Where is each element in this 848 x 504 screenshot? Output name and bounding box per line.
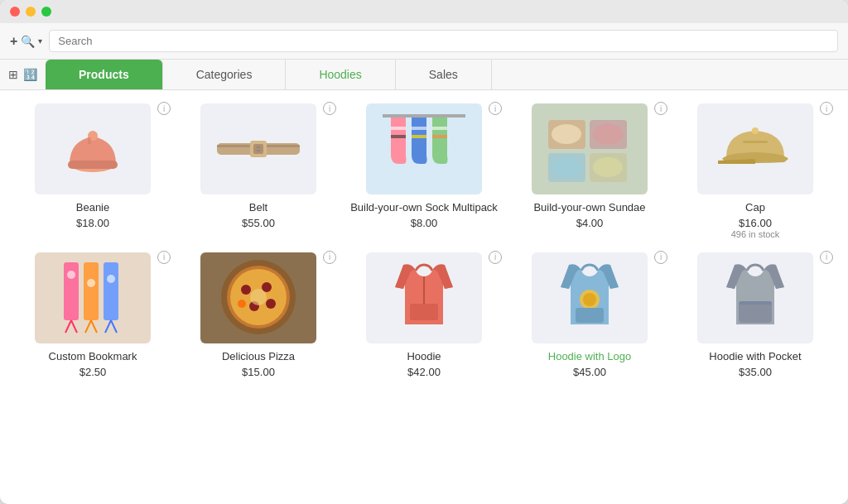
product-price-cap: $16.00 — [739, 217, 772, 229]
chevron-down-icon[interactable]: ▾ — [38, 36, 42, 46]
product-cell-hoodie: i Hoodie $42.0 — [341, 246, 507, 385]
svg-rect-29 — [104, 262, 118, 320]
product-price-beanie: $18.00 — [76, 217, 109, 229]
info-icon-hoodie-pocket[interactable]: i — [820, 251, 833, 264]
product-cell-beanie: i Beanie $18.00 — [10, 97, 176, 246]
product-name-hoodie-logo[interactable]: Hoodie with Logo — [548, 350, 631, 364]
product-cell-belt: i Belt $55.00 — [176, 97, 341, 246]
search-controls: + 🔍 ▾ — [10, 34, 42, 49]
svg-rect-15 — [432, 127, 447, 130]
info-icon-bookmark[interactable]: i — [157, 251, 171, 264]
svg-point-31 — [87, 279, 95, 287]
svg-point-47 — [250, 289, 267, 305]
product-name-socks: Build-your-own Sock Multipack — [350, 201, 498, 215]
search-bar: + 🔍 ▾ — [0, 23, 848, 60]
product-cell-bookmark: i — [10, 246, 176, 385]
svg-rect-14 — [412, 135, 426, 138]
product-name-bookmark: Custom Bookmark — [49, 350, 137, 364]
svg-rect-16 — [432, 135, 447, 138]
svg-line-37 — [105, 320, 111, 333]
svg-point-23 — [552, 157, 581, 177]
app-window: + 🔍 ▾ ⊞ 🔢 Products Categories Hoodies Sa… — [0, 0, 848, 504]
info-icon-belt[interactable]: i — [323, 102, 336, 115]
search-icon[interactable]: 🔍 — [21, 35, 35, 48]
product-cell-socks: i — [341, 97, 507, 246]
product-image-socks — [366, 103, 482, 194]
tab-hoodies[interactable]: Hoodies — [286, 60, 395, 89]
grid-view-icon[interactable]: ⊞ — [8, 68, 18, 81]
product-price-hoodie-logo: $45.00 — [573, 366, 606, 378]
svg-line-38 — [111, 320, 117, 333]
info-icon-hoodie-logo[interactable]: i — [654, 251, 667, 264]
product-price-hoodie-pocket: $35.00 — [739, 366, 772, 378]
svg-rect-3 — [88, 137, 91, 144]
svg-rect-25 — [743, 141, 768, 143]
svg-line-33 — [65, 320, 71, 333]
sort-icon[interactable]: 🔢 — [23, 68, 37, 81]
product-price-hoodie: $42.00 — [407, 366, 441, 378]
info-icon-cap[interactable]: i — [820, 102, 833, 115]
svg-rect-8 — [257, 146, 260, 148]
tab-sales[interactable]: Sales — [396, 60, 492, 89]
info-icon-socks[interactable]: i — [489, 102, 502, 115]
close-button[interactable] — [10, 7, 20, 17]
product-name-sundae: Build-your-own Sundae — [533, 201, 645, 215]
svg-rect-54 — [739, 301, 772, 305]
product-image-beanie — [35, 103, 151, 194]
svg-rect-12 — [391, 135, 406, 138]
product-cell-sundae: i Build-your-own Sundae $4. — [507, 97, 672, 246]
product-price-sundae: $4.00 — [576, 217, 604, 229]
svg-point-30 — [67, 271, 75, 279]
svg-point-22 — [593, 124, 623, 144]
product-price-bookmark: $2.50 — [80, 366, 107, 378]
product-price-belt: $55.00 — [242, 217, 275, 229]
svg-rect-11 — [391, 127, 406, 130]
tabs-bar: ⊞ 🔢 Products Categories Hoodies Sales — [0, 60, 848, 90]
svg-line-34 — [71, 320, 77, 333]
info-icon-hoodie[interactable]: i — [489, 251, 502, 264]
product-cell-hoodie-pocket: i Hoodie with Pocket $35.00 — [672, 246, 838, 385]
search-input[interactable] — [49, 30, 838, 52]
product-cell-pizza: i — [176, 246, 341, 385]
svg-rect-10 — [383, 114, 465, 118]
minimize-button[interactable] — [26, 7, 36, 17]
product-name-hoodie: Hoodie — [407, 350, 441, 364]
tab-products[interactable]: Products — [46, 60, 163, 89]
svg-line-35 — [85, 320, 91, 333]
svg-point-24 — [593, 157, 623, 177]
maximize-button[interactable] — [41, 7, 51, 17]
product-image-hoodie-logo — [532, 252, 648, 343]
tab-categories[interactable]: Categories — [163, 60, 287, 89]
product-image-bookmark — [35, 252, 151, 343]
svg-rect-7 — [253, 144, 263, 154]
svg-point-26 — [752, 127, 759, 134]
svg-rect-48 — [410, 304, 438, 320]
svg-rect-28 — [84, 262, 99, 320]
info-icon-pizza[interactable]: i — [323, 251, 336, 264]
svg-point-51 — [583, 293, 596, 306]
product-image-cap — [697, 103, 813, 194]
svg-point-45 — [266, 299, 276, 309]
product-name-belt: Belt — [249, 201, 267, 215]
product-cell-cap: i Cap $16.00 496 in stock — [672, 97, 838, 246]
svg-line-36 — [91, 320, 97, 333]
add-icon[interactable]: + — [10, 34, 17, 49]
product-image-belt — [200, 103, 316, 194]
product-price-socks: $8.00 — [411, 217, 438, 229]
info-icon-sundae[interactable]: i — [654, 102, 667, 115]
svg-rect-13 — [412, 127, 426, 130]
product-cell-hoodie-logo: i Hoodie with Logo — [507, 246, 672, 385]
info-icon-beanie[interactable]: i — [157, 102, 171, 115]
products-grid: i Beanie $18.00 i — [10, 97, 838, 385]
svg-point-46 — [238, 300, 246, 308]
svg-point-32 — [107, 275, 115, 283]
product-stock-cap: 496 in stock — [731, 229, 780, 239]
title-bar — [0, 0, 848, 23]
product-name-beanie: Beanie — [76, 201, 109, 215]
product-name-cap: Cap — [745, 201, 765, 215]
svg-rect-52 — [576, 308, 604, 323]
product-name-hoodie-pocket: Hoodie with Pocket — [709, 350, 801, 364]
products-content: i Beanie $18.00 i — [0, 90, 848, 504]
svg-rect-9 — [257, 150, 260, 151]
product-price-pizza: $15.00 — [242, 366, 275, 378]
